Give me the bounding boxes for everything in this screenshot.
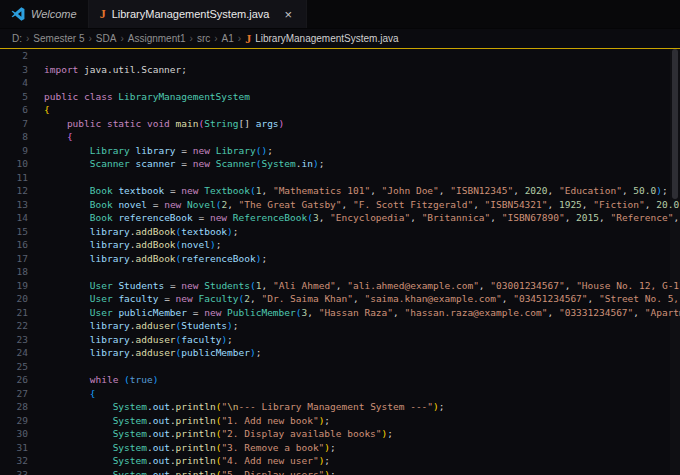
code-line: 13 Book novel = new Novel(2, "The Great …	[0, 198, 680, 212]
line-number: 20	[0, 292, 44, 306]
breadcrumb: D:›Semester 5›SDA›Assignment1›src›A1›JLi…	[0, 29, 680, 48]
breadcrumb-separator: ›	[214, 33, 217, 44]
java-file-icon: J	[245, 33, 251, 45]
code-line-content: library.addBook(novel);	[44, 238, 221, 252]
line-number: 25	[0, 360, 44, 374]
code-editor[interactable]: 23import java.util.Scanner;45public clas…	[0, 49, 680, 475]
vscode-logo-icon	[11, 7, 25, 21]
line-number: 14	[0, 211, 44, 225]
code-line-content: User Students = new Students(1, "Ali Ahm…	[44, 279, 680, 293]
vertical-scrollbar[interactable]	[670, 49, 680, 475]
code-line-content: System.out.println("2. Display available…	[44, 427, 393, 441]
code-line-content: library.adduser(Students);	[44, 319, 239, 333]
code-line: 21 User publicMember = new PublicMember(…	[0, 306, 680, 320]
line-number: 15	[0, 225, 44, 239]
code-line: 25	[0, 360, 680, 374]
code-line: 4	[0, 76, 680, 90]
code-line: 19 User Students = new Students(1, "Ali …	[0, 279, 680, 293]
line-number: 30	[0, 427, 44, 441]
code-line-content: library.adduser(faculty);	[44, 333, 233, 347]
code-line: 10 Scanner scanner = new Scanner(System.…	[0, 157, 680, 171]
code-line: 20 User faculty = new Faculty(2, "Dr. Sa…	[0, 292, 680, 306]
code-line-content: System.out.println("5. Display users");	[44, 468, 336, 475]
code-line-content: System.out.println("1. Add new book");	[44, 414, 330, 428]
line-number: 27	[0, 387, 44, 401]
line-number: 19	[0, 279, 44, 293]
java-file-icon: J	[100, 8, 106, 20]
code-line: 32 System.out.println("4. Add new user")…	[0, 454, 680, 468]
code-line: 7 public static void main(String[] args)	[0, 117, 680, 131]
line-number: 32	[0, 454, 44, 468]
line-number: 33	[0, 468, 44, 475]
line-number: 24	[0, 346, 44, 360]
code-line: 26 while (true)	[0, 373, 680, 387]
breadcrumb-separator: ›	[238, 33, 241, 44]
line-number: 23	[0, 333, 44, 347]
editor-tab-bar: Welcome J LibraryManagementSystem.java ×	[0, 0, 680, 29]
line-number: 22	[0, 319, 44, 333]
code-line: 29 System.out.println("1. Add new book")…	[0, 414, 680, 428]
code-line: 28 System.out.println("\n--- Library Man…	[0, 400, 680, 414]
line-number: 11	[0, 171, 44, 185]
code-line-content: while (true)	[44, 373, 158, 387]
breadcrumb-separator: ›	[120, 33, 123, 44]
line-number: 18	[0, 265, 44, 279]
breadcrumb-item[interactable]: SDA	[96, 33, 117, 44]
line-number: 5	[0, 90, 44, 104]
breadcrumb-file-label: LibraryManagementSystem.java	[255, 33, 398, 44]
code-line: 22 library.adduser(Students);	[0, 319, 680, 333]
code-line-content: library.addBook(textbook);	[44, 225, 239, 239]
line-number: 31	[0, 441, 44, 455]
tab-label: LibraryManagementSystem.java	[112, 8, 270, 20]
code-line-content: import java.util.Scanner;	[44, 63, 187, 77]
line-number: 12	[0, 184, 44, 198]
breadcrumb-item[interactable]: Assignment1	[128, 33, 186, 44]
code-line-content: {	[44, 103, 50, 117]
line-number: 9	[0, 144, 44, 158]
code-line: 14 Book referenceBook = new ReferenceBoo…	[0, 211, 680, 225]
breadcrumb-item[interactable]: D:	[12, 33, 22, 44]
line-number: 13	[0, 198, 44, 212]
vscode-window: Welcome J LibraryManagementSystem.java ×…	[0, 0, 680, 475]
line-number: 10	[0, 157, 44, 171]
code-line-content: library.addBook(referenceBook);	[44, 252, 267, 266]
line-number: 2	[0, 49, 44, 63]
line-number: 29	[0, 414, 44, 428]
code-line: 11	[0, 171, 680, 185]
code-line-content: Book textbook = new Textbook(1, "Mathema…	[44, 184, 668, 198]
code-line: 6{	[0, 103, 680, 117]
code-line: 30 System.out.println("2. Display availa…	[0, 427, 680, 441]
line-number: 21	[0, 306, 44, 320]
breadcrumb-file[interactable]: JLibraryManagementSystem.java	[245, 33, 398, 45]
code-line-content: User faculty = new Faculty(2, "Dr. Saima…	[44, 292, 679, 306]
code-line: 23 library.adduser(faculty);	[0, 333, 680, 347]
code-line-content: System.out.println("3. Remove a book");	[44, 441, 336, 455]
code-line-content: Book novel = new Novel(2, "The Great Gat…	[44, 198, 680, 212]
code-line-content: System.out.println("\n--- Library Manage…	[44, 400, 445, 414]
code-line: 9 Library library = new Library();	[0, 144, 680, 158]
code-line-content: User publicMember = new PublicMember(3, …	[44, 306, 680, 320]
code-line: 15 library.addBook(textbook);	[0, 225, 680, 239]
line-number: 17	[0, 252, 44, 266]
tab-library-management-system[interactable]: J LibraryManagementSystem.java ×	[89, 0, 307, 28]
tab-welcome[interactable]: Welcome	[0, 0, 89, 28]
line-number: 8	[0, 130, 44, 144]
code-line-content: Scanner scanner = new Scanner(System.in)…	[44, 157, 324, 171]
line-number: 26	[0, 373, 44, 387]
breadcrumb-item[interactable]: src	[197, 33, 210, 44]
scrollbar-thumb[interactable]	[672, 49, 678, 199]
code-line: 8 {	[0, 130, 680, 144]
breadcrumb-separator: ›	[190, 33, 193, 44]
line-number: 3	[0, 63, 44, 77]
line-number: 7	[0, 117, 44, 131]
breadcrumb-item[interactable]: A1	[222, 33, 234, 44]
code-line-content: Library library = new Library();	[44, 144, 273, 158]
close-icon[interactable]: ×	[281, 7, 295, 22]
line-number: 28	[0, 400, 44, 414]
code-line: 17 library.addBook(referenceBook);	[0, 252, 680, 266]
breadcrumb-item[interactable]: Semester 5	[33, 33, 84, 44]
code-line: 18	[0, 265, 680, 279]
code-line-content: System.out.println("4. Add new user");	[44, 454, 330, 468]
tab-label: Welcome	[31, 8, 77, 20]
code-line-content: public static void main(String[] args)	[44, 117, 284, 131]
